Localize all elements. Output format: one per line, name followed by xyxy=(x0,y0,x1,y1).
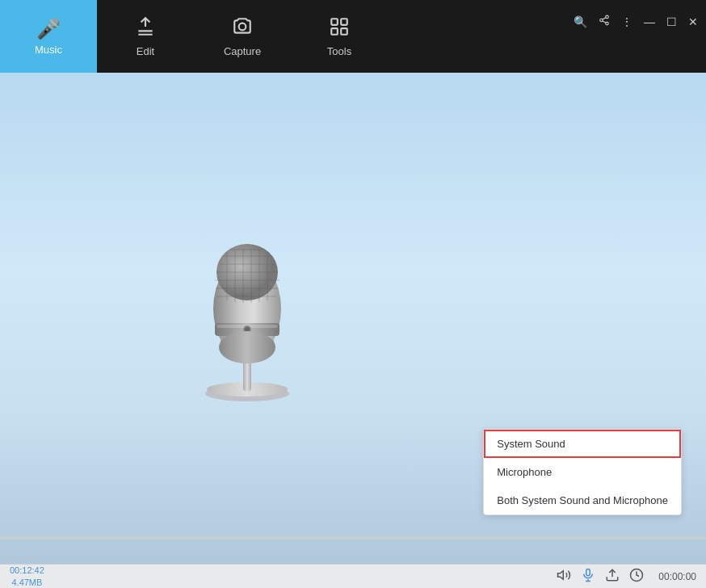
window-controls: 🔍 ⋮ — ☐ ✕ xyxy=(574,15,698,28)
titlebar: 🎤 Music Edit Capture xyxy=(0,0,706,73)
svg-rect-34 xyxy=(586,569,590,575)
tab-music[interactable]: 🎤 Music xyxy=(0,0,97,73)
playback-time: 00:12:42 4.47MB xyxy=(10,565,44,588)
export-icon[interactable] xyxy=(605,568,620,586)
mic-illustration xyxy=(174,228,320,409)
svg-rect-1 xyxy=(331,19,338,25)
capture-icon xyxy=(232,16,253,42)
svg-rect-2 xyxy=(341,19,347,25)
svg-line-9 xyxy=(603,18,606,19)
more-icon[interactable]: ⋮ xyxy=(621,15,632,28)
svg-marker-33 xyxy=(558,570,564,579)
minimize-icon[interactable]: — xyxy=(644,15,655,28)
clock-icon xyxy=(629,568,644,586)
mic-input-icon[interactable] xyxy=(581,568,595,586)
duration-display: 00:00:00 xyxy=(658,571,696,582)
bottom-bar: 00:12:42 4.47MB xyxy=(0,564,706,588)
dropdown-menu: System Sound Microphone Both System Soun… xyxy=(483,429,682,515)
svg-rect-3 xyxy=(331,28,338,35)
progress-bar[interactable] xyxy=(0,536,706,540)
main-content: System Sound Microphone Both System Soun… xyxy=(0,73,706,564)
svg-line-8 xyxy=(603,21,606,23)
tab-capture-label: Capture xyxy=(224,45,261,57)
tab-edit[interactable]: Edit xyxy=(97,0,194,73)
nav-tabs: 🎤 Music Edit Capture xyxy=(0,0,388,73)
bottom-controls: 00:00:00 xyxy=(557,568,696,586)
tab-tools-label: Tools xyxy=(327,45,351,57)
edit-icon xyxy=(135,16,156,42)
svg-rect-4 xyxy=(341,28,347,35)
volume-icon[interactable] xyxy=(557,568,571,586)
maximize-icon[interactable]: ☐ xyxy=(666,15,677,28)
tab-tools[interactable]: Tools xyxy=(291,0,388,73)
tab-capture[interactable]: Capture xyxy=(194,0,291,73)
music-icon: 🎤 xyxy=(36,18,61,40)
dropdown-item-both[interactable]: Both System Sound and Microphone xyxy=(484,486,681,514)
tools-icon xyxy=(329,16,350,42)
svg-point-6 xyxy=(600,19,603,22)
tab-edit-label: Edit xyxy=(137,45,154,57)
dropdown-item-microphone[interactable]: Microphone xyxy=(484,458,681,486)
svg-point-0 xyxy=(239,23,246,30)
svg-point-32 xyxy=(219,331,275,363)
svg-point-7 xyxy=(606,22,609,25)
search-icon[interactable]: 🔍 xyxy=(574,15,587,28)
share-icon[interactable] xyxy=(599,15,610,28)
dropdown-item-system-sound[interactable]: System Sound xyxy=(484,430,681,458)
close-icon[interactable]: ✕ xyxy=(688,15,698,28)
tab-music-label: Music xyxy=(35,44,62,56)
svg-point-5 xyxy=(606,15,609,19)
